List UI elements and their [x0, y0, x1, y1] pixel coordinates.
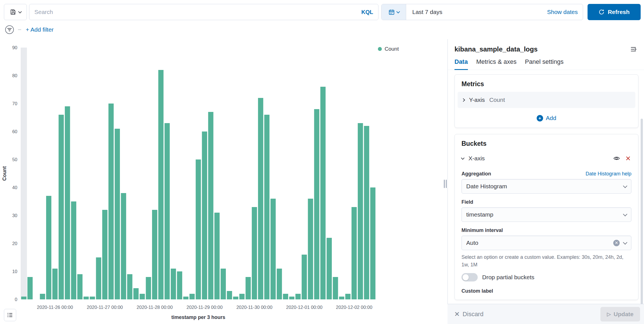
tab-panel-settings[interactable]: Panel settings: [525, 58, 564, 70]
custom-label-label: Custom label: [461, 288, 631, 294]
chevron-down-icon: [396, 10, 400, 13]
svg-text:2020-12-01 00:00: 2020-12-01 00:00: [286, 305, 322, 310]
chart-panel: 01020304050607080902020-11-26 00:002020-…: [0, 39, 444, 324]
svg-text:2020-11-30 00:00: 2020-11-30 00:00: [236, 305, 273, 310]
play-icon: ▷: [607, 311, 611, 317]
minimum-interval-helper-text: Select an option or create a custom valu…: [461, 253, 631, 269]
svg-text:60: 60: [12, 129, 17, 134]
kql-button[interactable]: KQL: [357, 9, 373, 15]
chevron-down-icon: [623, 184, 628, 188]
add-metric-label: Add: [546, 115, 556, 121]
svg-text:80: 80: [12, 73, 17, 78]
list-icon: [7, 312, 13, 318]
chevron-down-icon[interactable]: [461, 156, 465, 160]
calendar-icon: [388, 9, 395, 15]
chevron-down-icon: [623, 212, 628, 216]
bucket-xaxis-row: X-axis: [461, 151, 631, 165]
metric-yaxis-row[interactable]: Y-axis Count: [458, 92, 635, 108]
svg-text:10: 10: [12, 269, 17, 274]
bar-chart-svg[interactable]: 01020304050607080902020-11-26 00:002020-…: [0, 39, 444, 324]
date-histogram-help-link[interactable]: Date Histogram help: [586, 171, 631, 177]
filter-divider: [18, 29, 21, 30]
svg-text:Count: Count: [2, 166, 7, 181]
metrics-card-title: Metrics: [461, 80, 631, 88]
show-dates-button[interactable]: Show dates: [547, 9, 583, 15]
aggregation-value: Date Histogram: [466, 183, 624, 190]
clear-selection-icon[interactable]: ✕: [613, 240, 620, 246]
svg-text:2020-11-28 00:00: 2020-11-28 00:00: [137, 305, 173, 310]
index-pattern-title: kibana_sample_data_logs: [454, 45, 538, 53]
svg-text:2020-11-26 00:00: 2020-11-26 00:00: [37, 305, 73, 310]
editor-footer: ✕ Discard ▷ Update: [448, 304, 644, 324]
field-value: timestamp: [466, 211, 624, 218]
svg-text:2020-12-02 00:00: 2020-12-02 00:00: [336, 305, 372, 310]
search-input[interactable]: [34, 9, 357, 15]
top-bar: KQL Last 7 days Show dates Refresh: [4, 4, 641, 20]
tab-metrics-axes[interactable]: Metrics & axes: [476, 58, 517, 70]
bucket-row-label: X-axis: [468, 155, 609, 162]
svg-text:timestamp per 3 hours: timestamp per 3 hours: [171, 314, 225, 320]
legend-series-dot[interactable]: [378, 47, 382, 51]
refresh-button[interactable]: Refresh: [588, 4, 641, 20]
close-icon: ✕: [454, 311, 460, 318]
refresh-label: Refresh: [608, 9, 629, 15]
refresh-icon: [598, 9, 605, 15]
remove-bucket-icon[interactable]: [625, 155, 631, 162]
svg-text:50: 50: [12, 157, 17, 162]
minimum-interval-label: Minimum interval: [461, 227, 503, 233]
saved-query-menu-button[interactable]: [4, 4, 27, 20]
svg-text:40: 40: [12, 185, 17, 190]
filter-icon[interactable]: [4, 25, 15, 35]
collapse-panel-icon[interactable]: [630, 46, 637, 53]
editor-side-panel: kibana_sample_data_logs Data Metrics & a…: [448, 39, 644, 324]
drop-partial-buckets-toggle[interactable]: [461, 273, 478, 281]
field-label: Field: [461, 199, 473, 205]
save-icon: [10, 9, 16, 15]
field-select[interactable]: timestamp: [461, 207, 631, 222]
buckets-card-title: Buckets: [461, 140, 631, 147]
legend-toggle-button[interactable]: [4, 309, 16, 321]
drop-partial-buckets-label: Drop partial buckets: [482, 274, 534, 281]
scrollbar-thumb[interactable]: [641, 119, 643, 324]
aggregation-select[interactable]: Date Histogram: [461, 179, 631, 194]
svg-text:2020-11-27 00:00: 2020-11-27 00:00: [87, 305, 123, 310]
chevron-down-icon: [623, 240, 628, 245]
legend-series-label[interactable]: Count: [385, 46, 399, 52]
plus-circle-icon: +: [537, 115, 543, 121]
date-picker: Last 7 days Show dates: [381, 4, 583, 20]
buckets-card: Buckets X-axis Aggregation: [454, 134, 638, 300]
svg-text:20: 20: [12, 241, 17, 246]
tab-data[interactable]: Data: [454, 58, 468, 70]
svg-text:30: 30: [12, 213, 17, 218]
chart-legend: Count: [378, 46, 399, 52]
svg-text:0: 0: [15, 297, 17, 302]
eye-icon[interactable]: [613, 155, 620, 162]
metric-row-value: Count: [489, 97, 505, 103]
search-bar: KQL: [29, 4, 378, 20]
svg-text:90: 90: [12, 45, 17, 50]
update-label: Update: [614, 311, 633, 318]
aggregation-label: Aggregation: [461, 171, 491, 177]
filter-bar: + Add filter: [4, 24, 54, 36]
panel-resize-handle[interactable]: [443, 177, 448, 190]
discard-label: Discard: [463, 311, 484, 318]
svg-text:2020-11-29 00:00: 2020-11-29 00:00: [186, 305, 222, 310]
date-quick-select-button[interactable]: [382, 4, 406, 20]
metric-row-label: Y-axis: [469, 97, 485, 103]
editor-tabs: Data Metrics & axes Panel settings: [448, 58, 644, 70]
add-filter-button[interactable]: + Add filter: [26, 26, 54, 33]
update-button[interactable]: ▷ Update: [600, 307, 640, 321]
chevron-down-icon: [18, 10, 22, 13]
chevron-right-icon: [461, 98, 465, 102]
svg-text:70: 70: [12, 101, 17, 106]
time-range-value[interactable]: Last 7 days: [406, 9, 547, 15]
minimum-interval-combobox[interactable]: Auto ✕: [461, 236, 631, 250]
metrics-card: Metrics Y-axis Count + Add: [454, 74, 638, 128]
add-metric-button[interactable]: + Add: [461, 113, 631, 122]
discard-button[interactable]: ✕ Discard: [454, 311, 484, 318]
minimum-interval-value: Auto: [466, 240, 613, 246]
